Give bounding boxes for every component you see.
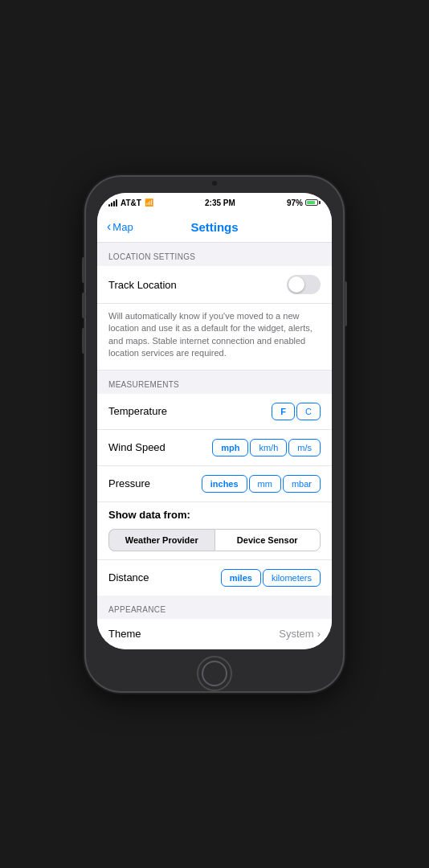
phone-screen: AT&T 📶 2:35 PM 97% ‹ Map Settings <box>97 193 332 649</box>
time-label: 2:35 PM <box>205 199 235 207</box>
pressure-segmented: inches mm mbar <box>202 475 321 493</box>
nav-bar: ‹ Map Settings <box>97 212 332 243</box>
show-data-label: Show data from: <box>97 502 332 524</box>
wifi-icon: 📶 <box>145 199 153 207</box>
home-button[interactable] <box>197 656 232 691</box>
wind-kmh-button[interactable]: km/h <box>250 439 287 457</box>
location-settings-group: Track Location Will automatically know i… <box>97 266 332 371</box>
pressure-label: Pressure <box>108 477 150 489</box>
distance-segmented: miles kilometers <box>221 569 321 587</box>
temperature-f-button[interactable]: F <box>272 403 295 420</box>
weather-provider-button[interactable]: Weather Provider <box>108 529 214 551</box>
signal-icon <box>108 199 117 207</box>
pressure-mm-button[interactable]: mm <box>249 475 281 493</box>
distance-row: Distance miles kilometers <box>97 560 332 596</box>
front-camera <box>212 181 217 186</box>
status-bar: AT&T 📶 2:35 PM 97% <box>97 193 332 212</box>
theme-chevron-icon: › <box>317 628 321 640</box>
back-chevron-icon: ‹ <box>107 219 111 234</box>
theme-label: Theme <box>108 628 141 640</box>
phone-device: AT&T 📶 2:35 PM 97% ‹ Map Settings <box>86 177 343 691</box>
pressure-inches-button[interactable]: inches <box>202 475 247 493</box>
theme-value: System <box>279 628 313 640</box>
status-left: AT&T 📶 <box>108 199 153 207</box>
theme-value-group: System › <box>279 628 321 640</box>
pressure-row: Pressure inches mm mbar <box>97 466 332 502</box>
pressure-mbar-button[interactable]: mbar <box>283 475 321 493</box>
track-location-row: Track Location <box>97 266 332 304</box>
wind-mph-button[interactable]: mph <box>212 439 248 457</box>
distance-label: Distance <box>108 571 149 583</box>
temperature-label: Temperature <box>108 405 167 417</box>
wind-ms-button[interactable]: m/s <box>288 439 321 457</box>
wind-speed-row: Wind Speed mph km/h m/s <box>97 430 332 466</box>
device-sensor-button[interactable]: Device Sensor <box>214 529 321 551</box>
wind-speed-label: Wind Speed <box>108 441 165 453</box>
measurements-settings-group: Temperature F C Wind Speed mph km/h m/s <box>97 394 332 596</box>
location-description: Will automatically know if you've moved … <box>97 304 332 371</box>
page-title: Settings <box>190 220 238 234</box>
temperature-segmented: F C <box>272 403 321 420</box>
appearance-section-header: APPEARANCE <box>97 596 332 619</box>
location-section-header: LOCATION SETTINGS <box>97 243 332 266</box>
back-label: Map <box>112 221 133 233</box>
track-location-toggle[interactable] <box>287 275 321 294</box>
phone-notch <box>166 177 263 190</box>
carrier-label: AT&T <box>121 199 141 207</box>
distance-miles-button[interactable]: miles <box>221 569 261 587</box>
settings-content: LOCATION SETTINGS Track Location Will au… <box>97 243 332 649</box>
status-right: 97% <box>287 199 321 207</box>
data-source-row: Weather Provider Device Sensor <box>97 524 332 560</box>
theme-row[interactable]: Theme System › <box>97 619 332 649</box>
temperature-row: Temperature F C <box>97 394 332 430</box>
back-button[interactable]: ‹ Map <box>107 220 133 234</box>
toggle-knob <box>288 276 304 293</box>
bottom-spacer <box>97 649 332 649</box>
track-location-label: Track Location <box>108 279 177 291</box>
distance-kilometers-button[interactable]: kilometers <box>263 569 321 587</box>
battery-icon <box>305 199 321 206</box>
wind-speed-segmented: mph km/h m/s <box>212 439 321 457</box>
battery-percent: 97% <box>287 199 303 207</box>
temperature-c-button[interactable]: C <box>296 403 321 420</box>
home-button-ring <box>202 661 227 686</box>
measurements-section-header: MEASUREMENTS <box>97 371 332 394</box>
appearance-settings-group: Theme System › <box>97 619 332 649</box>
